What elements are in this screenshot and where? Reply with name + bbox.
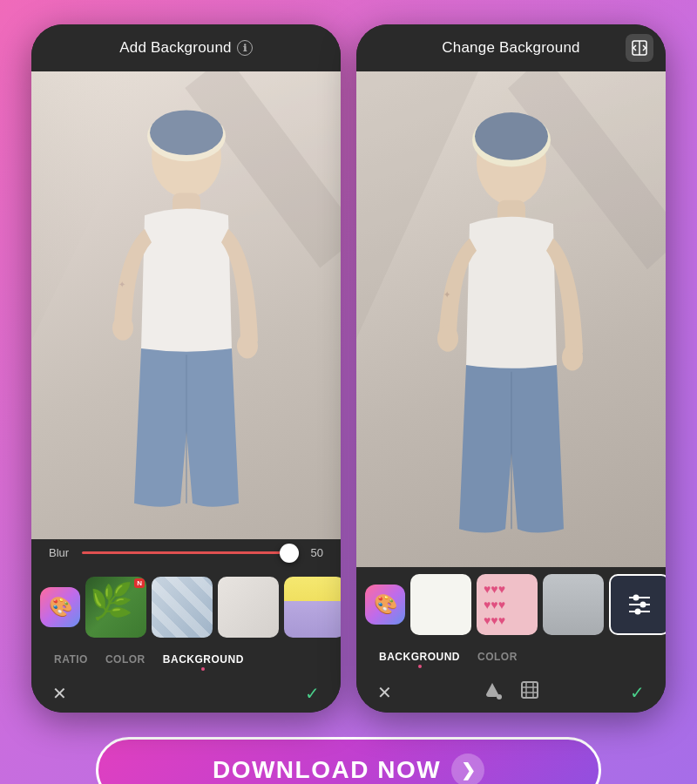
right-confirm-icon[interactable]: ✓ xyxy=(630,682,645,703)
right-thumb-white[interactable] xyxy=(410,574,471,635)
left-thumb-tropical[interactable]: N xyxy=(85,577,146,638)
blur-track[interactable] xyxy=(82,551,297,554)
right-thumbnails-strip: 🎨 xyxy=(356,567,666,642)
left-phone: Add Background ℹ xyxy=(31,24,341,713)
right-cancel-icon[interactable]: ✕ xyxy=(377,682,392,703)
left-cancel-icon[interactable]: ✕ xyxy=(52,683,67,704)
left-tab-ratio[interactable]: RATIO xyxy=(45,650,97,669)
right-thumb-sliders[interactable] xyxy=(609,574,666,635)
svg-rect-29 xyxy=(522,682,538,698)
svg-point-19 xyxy=(562,344,583,371)
right-tab-background-dot xyxy=(418,665,422,668)
right-crop-icon[interactable] xyxy=(520,680,539,704)
svg-point-25 xyxy=(640,602,646,608)
left-tab-background[interactable]: BACKGROUND xyxy=(154,650,253,669)
blur-label: Blur xyxy=(49,546,73,559)
svg-point-4 xyxy=(150,110,223,155)
left-confirm-icon[interactable]: ✓ xyxy=(305,683,320,704)
right-bottom-tabs: BACKGROUND COLOR xyxy=(356,642,666,672)
svg-point-23 xyxy=(633,595,639,601)
left-thumb-pastel[interactable] xyxy=(284,577,341,638)
right-app-icon-thumb[interactable]: 🎨 xyxy=(365,585,405,625)
right-action-icon-group xyxy=(484,680,539,704)
download-arrow-icon: ❯ xyxy=(451,754,484,784)
left-tab-background-dot xyxy=(201,667,205,671)
blur-row: Blur 50 xyxy=(49,546,323,559)
blur-value: 50 xyxy=(306,546,323,559)
left-photo-sim: ✦ xyxy=(31,71,341,539)
left-phone-header: Add Background ℹ xyxy=(31,24,341,71)
right-tab-background[interactable]: BACKGROUND xyxy=(370,647,469,666)
left-phone-title: Add Background xyxy=(119,39,232,57)
right-photo-area: ✦ xyxy=(356,71,666,567)
bg-shadow-svg: ✦ xyxy=(31,71,341,539)
right-phone: Change Background xyxy=(356,24,666,713)
right-tab-color[interactable]: COLOR xyxy=(469,647,526,666)
left-bottom-tabs: RATIO COLOR BACKGROUND xyxy=(31,645,341,674)
left-thumb-geometric[interactable] xyxy=(152,577,213,638)
left-tab-color[interactable]: COLOR xyxy=(97,650,154,669)
svg-point-16 xyxy=(475,112,548,160)
right-phone-title: Change Background xyxy=(442,39,579,57)
sliders-icon xyxy=(624,589,655,620)
left-app-icon-thumb[interactable]: 🎨 xyxy=(40,587,80,627)
right-phone-header: Change Background xyxy=(356,24,666,71)
right-action-bar: ✕ ✓ xyxy=(356,672,666,713)
left-thumbnails-strip: 🎨 N xyxy=(31,570,341,645)
info-icon[interactable]: ℹ xyxy=(237,40,253,56)
svg-point-18 xyxy=(437,325,458,352)
svg-text:✦: ✦ xyxy=(443,290,450,300)
left-thumb-marble[interactable] xyxy=(218,577,279,638)
right-photo-sim: ✦ xyxy=(356,71,666,567)
compare-icon xyxy=(632,40,647,56)
left-action-bar: ✕ ✓ xyxy=(31,674,341,713)
svg-point-27 xyxy=(635,609,641,615)
svg-text:✦: ✦ xyxy=(118,280,125,289)
svg-marker-12 xyxy=(356,71,478,338)
phones-container: Add Background ℹ xyxy=(0,0,697,721)
right-fill-icon[interactable] xyxy=(484,680,503,704)
svg-point-6 xyxy=(112,315,133,341)
right-thumb-gray-room[interactable] xyxy=(543,574,604,635)
new-badge: N xyxy=(134,578,145,588)
compare-button[interactable] xyxy=(626,34,653,62)
svg-point-7 xyxy=(237,334,258,359)
download-button[interactable]: DOWNLOAD NOW ❯ xyxy=(96,737,601,784)
blur-thumb[interactable] xyxy=(280,544,299,563)
download-button-text: DOWNLOAD NOW xyxy=(213,756,441,784)
right-thumb-pink-hearts[interactable] xyxy=(477,574,538,635)
blur-slider-area: Blur 50 xyxy=(31,539,341,570)
svg-point-28 xyxy=(497,694,502,700)
download-area: DOWNLOAD NOW ❯ xyxy=(0,721,697,784)
right-bg-shadow-svg: ✦ xyxy=(356,71,666,567)
left-photo-area: ✦ xyxy=(31,71,341,539)
